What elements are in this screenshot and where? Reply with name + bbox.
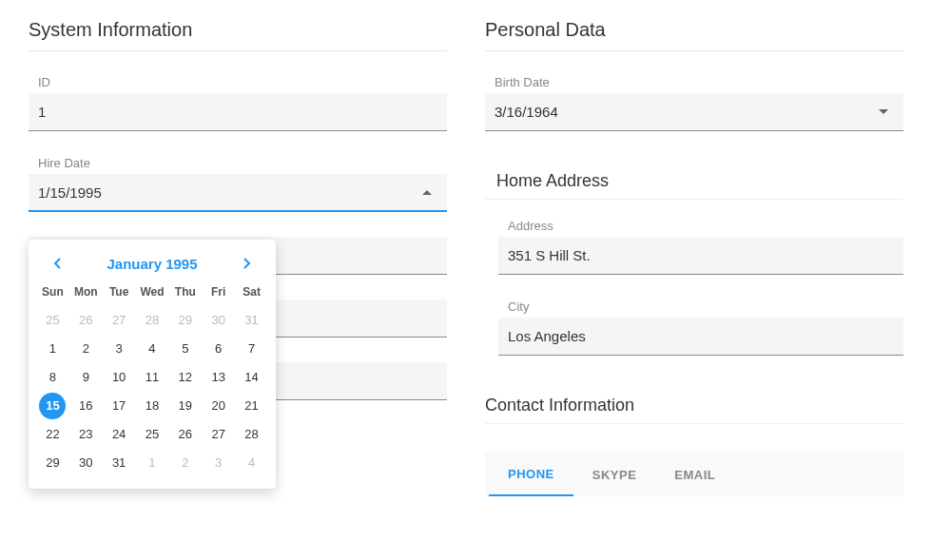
city-field: City Los Angeles [498, 299, 903, 356]
birth-date-label: Birth Date [485, 75, 903, 89]
caret-down-icon [879, 109, 888, 114]
calendar-day[interactable]: 18 [139, 393, 165, 419]
calendar-day[interactable]: 31 [239, 307, 265, 334]
calendar-header: January 1995 [36, 249, 268, 278]
calendar-day[interactable]: 25 [139, 421, 165, 448]
calendar-day[interactable]: 1 [39, 336, 66, 362]
calendar-day[interactable]: 2 [172, 450, 199, 476]
calendar-day[interactable]: 24 [106, 421, 132, 448]
contact-tabs: PHONE SKYPE EMAIL [485, 453, 903, 496]
calendar-day[interactable]: 10 [106, 364, 132, 391]
calendar-title[interactable]: January 1995 [107, 256, 197, 272]
calendar-day[interactable]: 26 [172, 421, 199, 448]
birth-date-input[interactable]: 3/16/1964 [485, 93, 903, 131]
calendar-day[interactable]: 14 [239, 364, 265, 391]
calendar-day[interactable]: 25 [39, 307, 66, 334]
calendar-day[interactable]: 8 [39, 364, 66, 391]
calendar-day[interactable]: 13 [205, 364, 232, 391]
id-input[interactable]: 1 [29, 93, 447, 131]
calendar-day[interactable]: 7 [239, 336, 265, 362]
calendar-day[interactable]: 12 [172, 364, 199, 391]
personal-data-column: Personal Data Birth Date 3/16/1964 Home … [485, 19, 903, 541]
city-input[interactable]: Los Angeles [498, 318, 903, 356]
calendar-popup: January 1995 SunMonTueWedThuFriSat252627… [29, 240, 276, 489]
form-root: System Information ID 1 Hire Date 1/15/1… [0, 0, 932, 560]
caret-up-icon [422, 190, 432, 195]
calendar-day[interactable]: 28 [139, 307, 165, 334]
home-address-group: Address 351 S Hill St. City Los Angeles [498, 219, 903, 380]
calendar-grid: SunMonTueWedThuFriSat2526272829303112345… [36, 278, 268, 477]
hire-date-input[interactable]: 1/15/1995 [29, 174, 447, 212]
calendar-day[interactable]: 29 [39, 450, 66, 476]
chevron-left-icon [53, 258, 63, 269]
calendar-day[interactable]: 4 [139, 336, 165, 362]
id-label: ID [29, 75, 447, 89]
tab-email[interactable]: EMAIL [655, 453, 734, 496]
day-of-week-header: Mon [69, 278, 103, 306]
calendar-day[interactable]: 30 [205, 307, 232, 334]
calendar-day[interactable]: 29 [172, 307, 199, 334]
home-address-title: Home Address [485, 171, 903, 200]
calendar-day[interactable]: 3 [205, 450, 232, 476]
address-label: Address [498, 219, 903, 233]
calendar-day[interactable]: 3 [106, 336, 132, 362]
birth-date-value: 3/16/1964 [495, 104, 558, 120]
tab-phone[interactable]: PHONE [489, 453, 573, 496]
birth-date-field: Birth Date 3/16/1964 [485, 75, 903, 131]
calendar-day[interactable]: 26 [72, 307, 99, 334]
address-value: 351 S Hill St. [508, 247, 591, 263]
hire-date-label: Hire Date [29, 156, 447, 170]
calendar-day[interactable]: 4 [239, 450, 265, 476]
calendar-day[interactable]: 2 [72, 336, 99, 362]
calendar-day[interactable]: 17 [106, 393, 132, 419]
personal-data-title: Personal Data [485, 19, 903, 51]
calendar-day[interactable]: 1 [139, 450, 165, 476]
city-value: Los Angeles [508, 328, 586, 344]
day-of-week-header: Thu [168, 278, 202, 306]
calendar-day[interactable]: 6 [205, 336, 232, 362]
prev-month-button[interactable] [49, 255, 67, 272]
calendar-day[interactable]: 9 [72, 364, 99, 391]
id-field: ID 1 [29, 75, 447, 131]
address-field: Address 351 S Hill St. [498, 219, 903, 275]
hire-date-field: Hire Date 1/15/1995 [29, 156, 447, 212]
chevron-right-icon [242, 258, 251, 269]
address-input[interactable]: 351 S Hill St. [498, 237, 903, 275]
calendar-day[interactable]: 30 [72, 450, 99, 476]
calendar-day[interactable]: 11 [139, 364, 165, 391]
calendar-day[interactable]: 19 [172, 393, 199, 419]
calendar-day[interactable]: 20 [205, 393, 232, 419]
calendar-day[interactable]: 31 [106, 450, 132, 476]
city-label: City [498, 299, 903, 314]
calendar-day[interactable]: 28 [239, 421, 265, 448]
system-information-column: System Information ID 1 Hire Date 1/15/1… [29, 19, 447, 541]
calendar-day[interactable]: 16 [72, 393, 99, 419]
day-of-week-header: Tue [103, 278, 136, 306]
calendar-day[interactable]: 21 [239, 393, 265, 419]
day-of-week-header: Sat [235, 278, 268, 306]
day-of-week-header: Sun [36, 278, 69, 306]
id-value: 1 [38, 104, 46, 120]
tab-skype[interactable]: SKYPE [573, 453, 656, 496]
system-information-title: System Information [29, 19, 447, 51]
calendar-day[interactable]: 22 [39, 421, 66, 448]
day-of-week-header: Wed [136, 278, 169, 306]
calendar-day[interactable]: 23 [72, 421, 99, 448]
calendar-day[interactable]: 15 [39, 393, 66, 419]
calendar-day[interactable]: 27 [106, 307, 132, 334]
hire-date-value: 1/15/1995 [38, 184, 102, 201]
calendar-day[interactable]: 5 [172, 336, 199, 362]
next-month-button[interactable] [238, 255, 255, 272]
day-of-week-header: Fri [202, 278, 235, 306]
calendar-day[interactable]: 27 [205, 421, 232, 448]
contact-information-title: Contact Information [485, 396, 903, 424]
